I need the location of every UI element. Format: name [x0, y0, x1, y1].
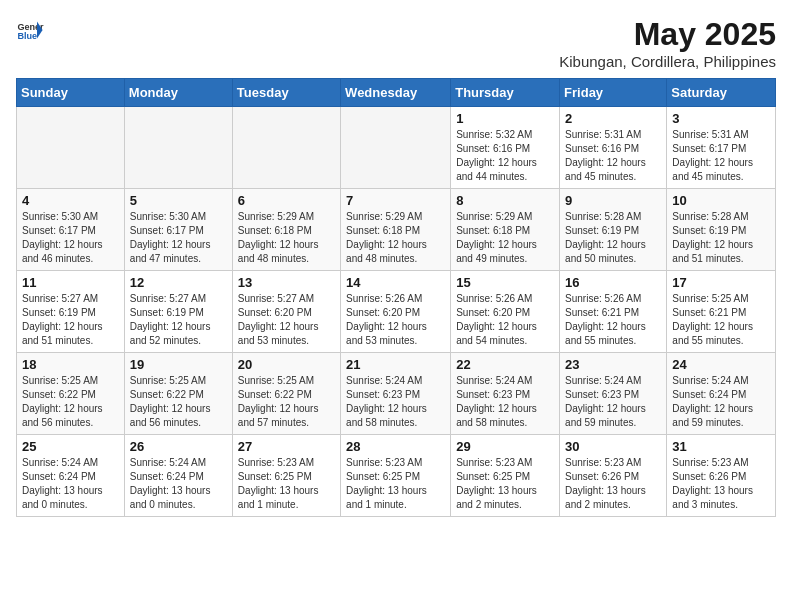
location-title: Kibungan, Cordillera, Philippines: [559, 53, 776, 70]
day-number: 12: [130, 275, 227, 290]
calendar-week-row: 4Sunrise: 5:30 AM Sunset: 6:17 PM Daylig…: [17, 189, 776, 271]
calendar-cell: 19Sunrise: 5:25 AM Sunset: 6:22 PM Dayli…: [124, 353, 232, 435]
calendar-cell: 9Sunrise: 5:28 AM Sunset: 6:19 PM Daylig…: [560, 189, 667, 271]
day-number: 16: [565, 275, 661, 290]
day-info: Sunrise: 5:25 AM Sunset: 6:22 PM Dayligh…: [238, 374, 335, 430]
day-info: Sunrise: 5:24 AM Sunset: 6:23 PM Dayligh…: [346, 374, 445, 430]
day-info: Sunrise: 5:23 AM Sunset: 6:25 PM Dayligh…: [346, 456, 445, 512]
calendar-cell: 20Sunrise: 5:25 AM Sunset: 6:22 PM Dayli…: [232, 353, 340, 435]
calendar-cell: 3Sunrise: 5:31 AM Sunset: 6:17 PM Daylig…: [667, 107, 776, 189]
day-number: 8: [456, 193, 554, 208]
day-info: Sunrise: 5:30 AM Sunset: 6:17 PM Dayligh…: [22, 210, 119, 266]
calendar-cell: 15Sunrise: 5:26 AM Sunset: 6:20 PM Dayli…: [451, 271, 560, 353]
day-number: 7: [346, 193, 445, 208]
calendar-cell: 24Sunrise: 5:24 AM Sunset: 6:24 PM Dayli…: [667, 353, 776, 435]
day-info: Sunrise: 5:29 AM Sunset: 6:18 PM Dayligh…: [456, 210, 554, 266]
day-info: Sunrise: 5:24 AM Sunset: 6:23 PM Dayligh…: [456, 374, 554, 430]
weekday-header-monday: Monday: [124, 79, 232, 107]
day-number: 20: [238, 357, 335, 372]
day-number: 29: [456, 439, 554, 454]
weekday-header-wednesday: Wednesday: [341, 79, 451, 107]
day-info: Sunrise: 5:27 AM Sunset: 6:19 PM Dayligh…: [22, 292, 119, 348]
page-header: General Blue May 2025 Kibungan, Cordille…: [16, 16, 776, 70]
calendar-week-row: 25Sunrise: 5:24 AM Sunset: 6:24 PM Dayli…: [17, 435, 776, 517]
title-section: May 2025 Kibungan, Cordillera, Philippin…: [559, 16, 776, 70]
calendar-cell: [124, 107, 232, 189]
day-info: Sunrise: 5:28 AM Sunset: 6:19 PM Dayligh…: [672, 210, 770, 266]
day-number: 2: [565, 111, 661, 126]
calendar-cell: 29Sunrise: 5:23 AM Sunset: 6:25 PM Dayli…: [451, 435, 560, 517]
calendar-cell: 13Sunrise: 5:27 AM Sunset: 6:20 PM Dayli…: [232, 271, 340, 353]
day-info: Sunrise: 5:28 AM Sunset: 6:19 PM Dayligh…: [565, 210, 661, 266]
calendar-cell: 10Sunrise: 5:28 AM Sunset: 6:19 PM Dayli…: [667, 189, 776, 271]
logo: General Blue: [16, 16, 44, 44]
day-number: 21: [346, 357, 445, 372]
day-number: 22: [456, 357, 554, 372]
calendar-week-row: 11Sunrise: 5:27 AM Sunset: 6:19 PM Dayli…: [17, 271, 776, 353]
day-number: 11: [22, 275, 119, 290]
weekday-header-thursday: Thursday: [451, 79, 560, 107]
calendar-cell: 22Sunrise: 5:24 AM Sunset: 6:23 PM Dayli…: [451, 353, 560, 435]
day-number: 28: [346, 439, 445, 454]
calendar-cell: 12Sunrise: 5:27 AM Sunset: 6:19 PM Dayli…: [124, 271, 232, 353]
day-number: 26: [130, 439, 227, 454]
weekday-header-tuesday: Tuesday: [232, 79, 340, 107]
weekday-header-row: SundayMondayTuesdayWednesdayThursdayFrid…: [17, 79, 776, 107]
day-info: Sunrise: 5:26 AM Sunset: 6:20 PM Dayligh…: [346, 292, 445, 348]
day-info: Sunrise: 5:23 AM Sunset: 6:26 PM Dayligh…: [565, 456, 661, 512]
day-info: Sunrise: 5:23 AM Sunset: 6:25 PM Dayligh…: [456, 456, 554, 512]
calendar-cell: [341, 107, 451, 189]
day-info: Sunrise: 5:23 AM Sunset: 6:26 PM Dayligh…: [672, 456, 770, 512]
month-title: May 2025: [559, 16, 776, 53]
day-number: 5: [130, 193, 227, 208]
calendar-week-row: 18Sunrise: 5:25 AM Sunset: 6:22 PM Dayli…: [17, 353, 776, 435]
calendar-cell: [232, 107, 340, 189]
calendar-cell: 26Sunrise: 5:24 AM Sunset: 6:24 PM Dayli…: [124, 435, 232, 517]
day-info: Sunrise: 5:25 AM Sunset: 6:21 PM Dayligh…: [672, 292, 770, 348]
day-info: Sunrise: 5:24 AM Sunset: 6:24 PM Dayligh…: [22, 456, 119, 512]
day-info: Sunrise: 5:23 AM Sunset: 6:25 PM Dayligh…: [238, 456, 335, 512]
day-info: Sunrise: 5:30 AM Sunset: 6:17 PM Dayligh…: [130, 210, 227, 266]
calendar-cell: 25Sunrise: 5:24 AM Sunset: 6:24 PM Dayli…: [17, 435, 125, 517]
calendar-cell: 31Sunrise: 5:23 AM Sunset: 6:26 PM Dayli…: [667, 435, 776, 517]
day-info: Sunrise: 5:24 AM Sunset: 6:24 PM Dayligh…: [672, 374, 770, 430]
calendar-cell: 28Sunrise: 5:23 AM Sunset: 6:25 PM Dayli…: [341, 435, 451, 517]
day-number: 27: [238, 439, 335, 454]
calendar-cell: 8Sunrise: 5:29 AM Sunset: 6:18 PM Daylig…: [451, 189, 560, 271]
calendar-cell: 6Sunrise: 5:29 AM Sunset: 6:18 PM Daylig…: [232, 189, 340, 271]
calendar-cell: 1Sunrise: 5:32 AM Sunset: 6:16 PM Daylig…: [451, 107, 560, 189]
day-number: 6: [238, 193, 335, 208]
weekday-header-friday: Friday: [560, 79, 667, 107]
day-info: Sunrise: 5:25 AM Sunset: 6:22 PM Dayligh…: [130, 374, 227, 430]
calendar-cell: 2Sunrise: 5:31 AM Sunset: 6:16 PM Daylig…: [560, 107, 667, 189]
calendar-cell: 4Sunrise: 5:30 AM Sunset: 6:17 PM Daylig…: [17, 189, 125, 271]
calendar-week-row: 1Sunrise: 5:32 AM Sunset: 6:16 PM Daylig…: [17, 107, 776, 189]
calendar-cell: 21Sunrise: 5:24 AM Sunset: 6:23 PM Dayli…: [341, 353, 451, 435]
day-number: 10: [672, 193, 770, 208]
calendar-cell: 16Sunrise: 5:26 AM Sunset: 6:21 PM Dayli…: [560, 271, 667, 353]
calendar-cell: 11Sunrise: 5:27 AM Sunset: 6:19 PM Dayli…: [17, 271, 125, 353]
day-number: 30: [565, 439, 661, 454]
day-number: 25: [22, 439, 119, 454]
day-number: 14: [346, 275, 445, 290]
day-number: 4: [22, 193, 119, 208]
weekday-header-saturday: Saturday: [667, 79, 776, 107]
calendar-cell: 23Sunrise: 5:24 AM Sunset: 6:23 PM Dayli…: [560, 353, 667, 435]
svg-text:Blue: Blue: [17, 31, 37, 41]
day-number: 3: [672, 111, 770, 126]
day-number: 1: [456, 111, 554, 126]
calendar-cell: 30Sunrise: 5:23 AM Sunset: 6:26 PM Dayli…: [560, 435, 667, 517]
day-number: 19: [130, 357, 227, 372]
logo-icon: General Blue: [16, 16, 44, 44]
calendar-table: SundayMondayTuesdayWednesdayThursdayFrid…: [16, 78, 776, 517]
weekday-header-sunday: Sunday: [17, 79, 125, 107]
day-number: 9: [565, 193, 661, 208]
day-number: 24: [672, 357, 770, 372]
day-info: Sunrise: 5:26 AM Sunset: 6:20 PM Dayligh…: [456, 292, 554, 348]
calendar-cell: 27Sunrise: 5:23 AM Sunset: 6:25 PM Dayli…: [232, 435, 340, 517]
day-info: Sunrise: 5:27 AM Sunset: 6:20 PM Dayligh…: [238, 292, 335, 348]
day-number: 23: [565, 357, 661, 372]
day-info: Sunrise: 5:29 AM Sunset: 6:18 PM Dayligh…: [346, 210, 445, 266]
day-number: 31: [672, 439, 770, 454]
day-info: Sunrise: 5:31 AM Sunset: 6:17 PM Dayligh…: [672, 128, 770, 184]
